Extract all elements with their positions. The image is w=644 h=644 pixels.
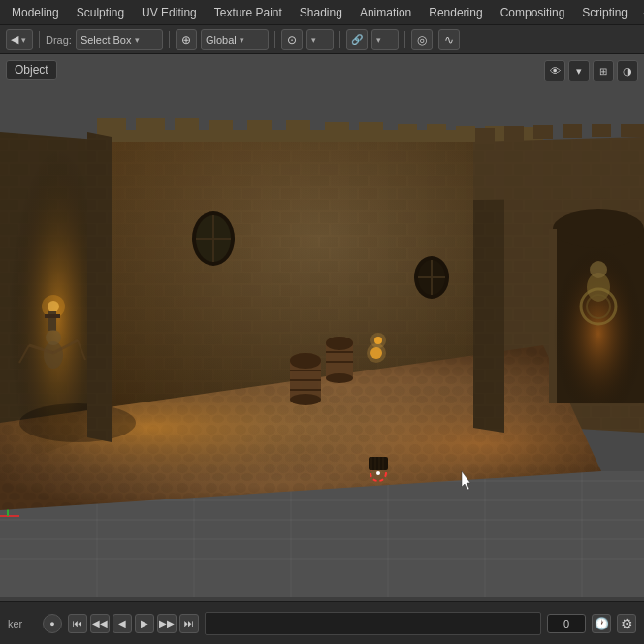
object-mode-badge[interactable]: Object	[6, 60, 57, 80]
svg-rect-46	[398, 124, 417, 132]
step-fwd-icon: ▶▶	[159, 618, 175, 628]
svg-point-81	[326, 337, 353, 350]
record-button[interactable]: ●	[43, 614, 62, 633]
svg-rect-44	[325, 122, 349, 132]
svg-rect-42	[247, 120, 272, 132]
pivot-btn[interactable]: ⊙	[281, 29, 303, 50]
transform-icon-btn[interactable]: ⊕	[176, 29, 197, 50]
menu-item-modeling[interactable]: Modeling	[4, 4, 67, 21]
svg-rect-48	[456, 126, 475, 134]
svg-rect-40	[175, 118, 199, 132]
svg-rect-38	[97, 118, 126, 132]
scene-art	[0, 54, 644, 597]
falloff-btn[interactable]: ∿	[438, 29, 460, 50]
svg-rect-113	[533, 125, 553, 139]
svg-point-74	[290, 353, 321, 369]
frame-input[interactable]	[547, 614, 586, 633]
menu-bar: Modeling Sculpting UV Editing Texture Pa…	[0, 0, 644, 25]
global-chevron-icon: ▾	[240, 35, 244, 45]
menu-item-rendering[interactable]: Rendering	[421, 4, 490, 21]
select-box-label: Select Box	[80, 34, 132, 46]
menu-item-shading[interactable]: Shading	[292, 4, 350, 21]
separator-2	[169, 31, 170, 48]
menu-item-scripting[interactable]: Scripting	[574, 4, 635, 21]
svg-point-65	[46, 330, 61, 345]
svg-rect-116	[621, 124, 644, 137]
svg-rect-41	[209, 120, 233, 132]
prev-keyframe-icon: ◀◀	[92, 618, 108, 628]
mode-selector[interactable]: ◀ ▾	[6, 29, 33, 50]
svg-marker-98	[473, 195, 504, 433]
separator-5	[404, 31, 405, 48]
svg-rect-43	[286, 120, 310, 132]
object-mode-label: Object	[15, 63, 48, 77]
timeline-settings-button[interactable]: ⚙	[617, 614, 636, 633]
select-box-chevron-icon: ▾	[135, 35, 140, 45]
prev-keyframe-button[interactable]: ◀◀	[90, 614, 110, 633]
proportional-btn[interactable]: ◎	[411, 29, 433, 50]
clock-icon: 🕐	[595, 617, 609, 630]
global-dropdown[interactable]: Global ▾	[201, 29, 269, 50]
timeline-label: ker	[8, 618, 37, 629]
skip-start-button[interactable]: ⏮	[68, 614, 87, 633]
camera-icon-btn[interactable]: ⊞	[593, 60, 614, 81]
svg-rect-90	[553, 229, 644, 403]
snap-dropdown[interactable]: ▾	[371, 29, 399, 50]
svg-marker-110	[473, 137, 644, 200]
menu-item-animation[interactable]: Animation	[352, 4, 419, 21]
skip-end-button[interactable]: ⏭	[179, 614, 199, 633]
skip-end-icon: ⏭	[184, 618, 194, 628]
viewport-chevron-btn[interactable]: ▾	[568, 60, 590, 81]
timeline: ker ● ⏮ ◀◀ ◀ ▶ ▶▶ ⏭ 🕐	[0, 601, 644, 644]
play-button[interactable]: ▶	[135, 614, 154, 633]
skip-start-icon: ⏮	[73, 618, 82, 628]
mode-chevron-icon: ▾	[21, 35, 26, 45]
separator-1	[39, 31, 40, 48]
toolbar: ◀ ▾ Drag: Select Box ▾ ⊕ Global ▾ ⊙ ▾ 🔗 …	[0, 25, 644, 54]
menu-item-uv-editing[interactable]: UV Editing	[134, 4, 205, 21]
snap-chevron-icon: ▾	[376, 35, 381, 45]
step-back-button[interactable]: ◀	[113, 614, 132, 633]
svg-point-78	[290, 394, 321, 405]
timeline-controls: ⏮ ◀◀ ◀ ▶ ▶▶ ⏭	[68, 614, 199, 633]
step-fwd-button[interactable]: ▶▶	[157, 614, 177, 633]
separator-3	[274, 31, 275, 48]
pivot-icon: ⊙	[287, 33, 297, 47]
menu-item-compositing[interactable]: Compositing	[493, 4, 573, 21]
falloff-icon: ∿	[444, 33, 454, 47]
pivot-chevron-icon: ▾	[311, 35, 316, 45]
menu-item-texture-paint[interactable]: Texture Paint	[207, 4, 290, 21]
separator-4	[339, 31, 340, 48]
step-back-icon: ◀	[118, 618, 126, 628]
add-tab-button[interactable]: +	[637, 3, 644, 22]
svg-point-64	[44, 341, 63, 369]
view-icon: 👁	[550, 65, 561, 77]
viewport-controls: 👁 ▾ ⊞ ◑	[544, 60, 638, 81]
view-icon-btn[interactable]: 👁	[544, 60, 565, 81]
menu-item-sculpting[interactable]: Sculpting	[69, 4, 132, 21]
transform-icon: ⊕	[181, 33, 191, 47]
svg-rect-47	[427, 124, 446, 132]
scene-svg	[0, 54, 644, 597]
svg-rect-63	[45, 314, 60, 318]
timeline-track[interactable]	[205, 612, 541, 635]
svg-rect-114	[563, 124, 582, 138]
play-icon: ▶	[141, 618, 148, 628]
svg-rect-111	[475, 128, 495, 144]
svg-point-84	[326, 373, 353, 383]
global-label: Global	[206, 34, 237, 46]
clock-button[interactable]: 🕐	[592, 614, 611, 633]
svg-point-92	[590, 261, 607, 278]
timeline-settings-icon: ⚙	[621, 616, 633, 631]
pivot-dropdown[interactable]: ▾	[306, 29, 334, 50]
svg-rect-115	[592, 124, 611, 137]
svg-point-70	[19, 403, 136, 442]
viewport[interactable]: Object 👁 ▾ ⊞ ◑	[0, 54, 644, 597]
select-box-dropdown[interactable]: Select Box ▾	[76, 29, 163, 50]
camera-icon: ⊞	[599, 66, 607, 77]
record-icon: ●	[49, 619, 54, 628]
drag-label: Drag:	[46, 34, 72, 46]
extra-vp-btn[interactable]: ◑	[617, 60, 638, 81]
svg-marker-96	[87, 132, 112, 442]
snap-btn[interactable]: 🔗	[346, 29, 368, 50]
